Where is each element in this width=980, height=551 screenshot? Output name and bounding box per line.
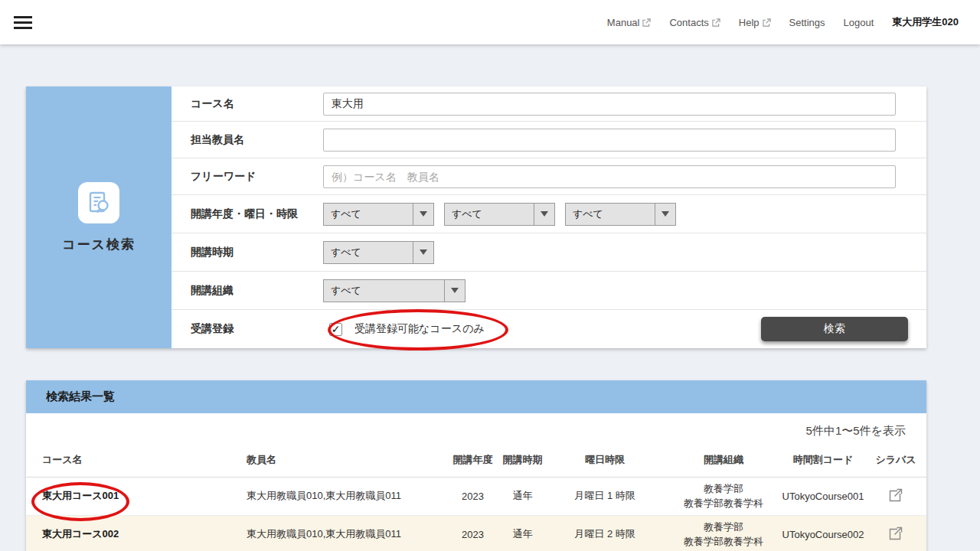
teacher-name-input[interactable] [323,129,896,152]
chevron-down-icon [534,204,554,225]
search-panel-title: コース検索 [62,236,136,253]
day-period-cell: 月曜日 1 時限 [544,477,666,515]
free-word-input[interactable] [323,165,896,188]
search-sidebar: コース検索 [26,86,172,348]
term-label: 開講時期 [172,246,323,259]
chevron-down-icon [655,204,675,225]
nav-help-label: Help [739,17,760,28]
term-cell: 通年 [501,477,544,515]
nav-contacts[interactable]: Contacts [669,17,720,28]
table-row: 東大用コース001 東大用教職員010,東大用教職員011 2023 通年 月曜… [26,477,926,515]
search-results-panel: 検索結果一覧 5件中1〜5件を表示 コース名 教員名 開講年度 開講時期 曜日時… [26,380,926,551]
term-select[interactable]: すべて [323,241,434,264]
nav-logout[interactable]: Logout [844,17,874,28]
external-link-icon [712,18,720,27]
results-title: 検索結果一覧 [26,380,926,413]
year-cell: 2023 [444,515,501,551]
day-select[interactable]: すべて [444,203,555,226]
chevron-down-icon [413,204,433,225]
nav-manual[interactable]: Manual [607,17,652,28]
col-year: 開講年度 [444,443,501,477]
course-name-input[interactable] [323,93,896,116]
top-nav: Manual Contacts Help [607,0,959,44]
course-search-icon [78,182,119,223]
col-day-period: 曜日時限 [544,443,666,477]
course-link[interactable]: 東大用コース001 [26,477,247,515]
timetable-code-cell: UTokyoCourse001 [781,477,865,515]
nav-manual-label: Manual [607,17,640,28]
registration-checkbox[interactable]: ✓ [329,323,342,336]
chevron-down-icon [444,280,465,302]
term-cell: 通年 [501,515,544,551]
course-link[interactable]: 東大用コース002 [26,515,247,551]
year-cell: 2023 [444,477,501,515]
top-header: Manual Contacts Help [0,0,980,44]
year-day-period-label: 開講年度・曜日・時限 [172,207,323,221]
organization-label: 開講組織 [172,284,323,298]
day-period-cell: 月曜日 2 時限 [544,515,666,551]
teachers-cell: 東大用教職員010,東大用教職員011 [247,515,444,551]
free-word-label: フリーワード [172,170,323,184]
col-term: 開講時期 [501,443,544,477]
course-search-panel: コース検索 コース名 担当教員名 フリーワード 開講年度・曜日・時限 すべて [26,86,926,348]
registration-label: 受講登録 [172,322,323,336]
nav-settings[interactable]: Settings [789,17,825,28]
col-syllabus: シラバス [865,443,926,477]
search-form: コース名 担当教員名 フリーワード 開講年度・曜日・時限 すべて [172,86,926,348]
syllabus-external-link-icon[interactable] [888,487,903,503]
timetable-code-cell: UTokyoCourse002 [781,515,865,551]
col-organization: 開講組織 [666,443,781,477]
syllabus-cell [865,477,926,515]
nav-help[interactable]: Help [739,17,771,28]
nav-logout-label: Logout [844,17,874,28]
page: Manual Contacts Help [0,0,980,551]
col-teacher-name: 教員名 [247,443,444,477]
nav-contacts-label: Contacts [669,17,708,28]
external-link-icon [642,18,651,27]
course-name-label: コース名 [172,97,323,111]
results-count: 5件中1〜5件を表示 [26,413,926,439]
registration-checkbox-label: 受講登録可能なコースのみ [354,322,485,336]
syllabus-cell [865,515,926,551]
syllabus-external-link-icon[interactable] [888,526,903,541]
period-select[interactable]: すべて [565,203,676,226]
results-table: コース名 教員名 開講年度 開講時期 曜日時限 開講組織 時間割コード シラバス… [26,443,926,551]
nav-settings-label: Settings [789,17,825,28]
col-course-name: コース名 [26,443,247,477]
teacher-name-label: 担当教員名 [172,133,323,147]
username: 東大用学生020 [892,15,959,29]
col-timetable-code: 時間割コード [781,443,865,477]
organization-cell: 教養学部 教養学部教養学科 [666,515,781,551]
search-button[interactable]: 検索 [761,317,908,341]
table-header-row: コース名 教員名 開講年度 開講時期 曜日時限 開講組織 時間割コード シラバス [26,443,926,477]
teachers-cell: 東大用教職員010,東大用教職員011 [247,477,444,515]
year-select[interactable]: すべて [323,203,434,226]
organization-cell: 教養学部 教養学部教養学科 [666,477,781,515]
organization-select[interactable]: すべて [323,279,466,302]
external-link-icon [763,18,771,27]
chevron-down-icon [413,242,433,263]
table-row: 東大用コース002 東大用教職員010,東大用教職員011 2023 通年 月曜… [26,515,926,551]
hamburger-menu-icon[interactable] [14,13,32,31]
